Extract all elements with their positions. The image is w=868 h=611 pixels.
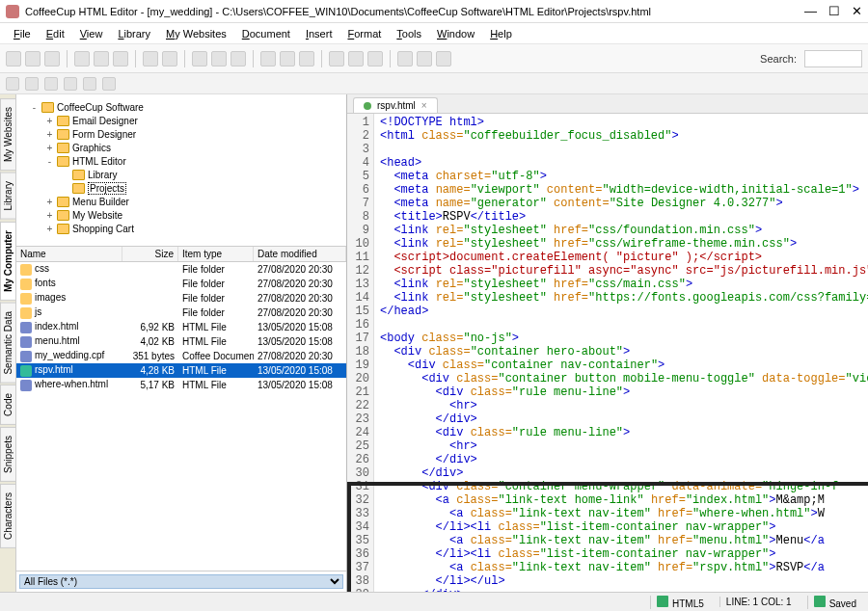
col-name[interactable]: Name bbox=[16, 247, 122, 261]
minimize-button[interactable]: — bbox=[804, 4, 817, 18]
main-toolbar: Search: bbox=[0, 44, 868, 73]
toolbar-link-icon[interactable] bbox=[329, 51, 344, 66]
toolbar-upload-icon[interactable] bbox=[417, 51, 432, 66]
side-tab-strip: My WebsitesLibraryMy ComputerSemantic Da… bbox=[0, 94, 16, 592]
file-row-fonts[interactable]: fontsFile folder27/08/2020 20:30 bbox=[16, 277, 346, 291]
toolbar-copy-icon[interactable] bbox=[94, 51, 109, 66]
file-row-images[interactable]: imagesFile folder27/08/2020 20:30 bbox=[16, 291, 346, 306]
tree-node-library[interactable]: Library bbox=[20, 168, 342, 181]
project-home-icon[interactable] bbox=[6, 77, 19, 91]
tree-node-menu-builder[interactable]: +Menu Builder bbox=[20, 195, 342, 208]
file-filter-select[interactable]: All Files (*.*) bbox=[19, 574, 343, 589]
tree-node-projects[interactable]: Projects bbox=[20, 181, 342, 195]
project-delete-icon[interactable] bbox=[83, 77, 96, 91]
side-tab-snippets[interactable]: Snippets bbox=[0, 427, 15, 482]
file-row-index-html[interactable]: index.html6,92 KBHTML File13/05/2020 15:… bbox=[16, 320, 346, 334]
code-editor[interactable]: 1234567891011121314151617181920212223242… bbox=[347, 114, 868, 592]
side-tab-semantic-data[interactable]: Semantic Data bbox=[0, 303, 15, 384]
tree-node-shopping-cart[interactable]: +Shopping Cart bbox=[20, 222, 342, 235]
file-row-js[interactable]: jsFile folder27/08/2020 20:30 bbox=[16, 306, 346, 320]
tree-node-coffeecup-software[interactable]: -CoffeeCup Software bbox=[20, 100, 342, 114]
file-row-rspv-html[interactable]: rspv.html4,28 KBHTML File13/05/2020 15:0… bbox=[16, 363, 346, 378]
file-list[interactable]: Name Size Item type Date modified cssFil… bbox=[16, 247, 346, 571]
file-filter: All Files (*.*) bbox=[16, 571, 346, 592]
menu-insert[interactable]: Insert bbox=[300, 26, 339, 41]
folder-tree[interactable]: -CoffeeCup Software+Email Designer+Form … bbox=[16, 94, 346, 247]
status-lang: HTML5 bbox=[672, 598, 704, 609]
maximize-button[interactable]: ☐ bbox=[828, 4, 840, 18]
side-tab-my-computer[interactable]: My Computer bbox=[0, 222, 15, 301]
toolbar-paste-icon[interactable] bbox=[113, 51, 128, 66]
floppy-icon bbox=[657, 596, 668, 607]
file-list-header: Name Size Item type Date modified bbox=[16, 247, 346, 262]
project-refresh-icon[interactable] bbox=[64, 77, 77, 91]
toolbar-save-icon[interactable] bbox=[44, 51, 60, 66]
menu-my-websites[interactable]: My Websites bbox=[160, 26, 232, 41]
project-up-icon[interactable] bbox=[25, 77, 39, 91]
tree-node-graphics[interactable]: +Graphics bbox=[20, 141, 342, 154]
file-tab-rspv[interactable]: rspv.html × bbox=[353, 97, 438, 113]
code-text[interactable]: <!DOCTYPE html><html class="coffeebuilde… bbox=[374, 114, 868, 592]
toolbar-open-icon[interactable] bbox=[25, 51, 41, 66]
toolbar-bold-icon[interactable] bbox=[192, 51, 207, 66]
menu-edit[interactable]: Edit bbox=[41, 26, 70, 41]
menubar: FileEditViewLibraryMy WebsitesDocumentIn… bbox=[0, 23, 868, 44]
app-icon bbox=[6, 5, 19, 18]
col-size[interactable]: Size bbox=[122, 247, 178, 261]
status-bar: HTML5 LINE: 1 COL: 1 Saved bbox=[0, 592, 868, 611]
editor-panel: rspv.html × 1234567891011121314151617181… bbox=[347, 94, 868, 592]
col-type[interactable]: Item type bbox=[178, 247, 254, 261]
toolbar-table-icon[interactable] bbox=[367, 51, 383, 66]
close-tab-icon[interactable]: × bbox=[421, 100, 427, 111]
menu-view[interactable]: View bbox=[74, 26, 109, 41]
project-toolbar bbox=[0, 73, 868, 94]
close-button[interactable]: ✕ bbox=[852, 4, 862, 18]
window-title: CoffeeCup HTML Editor - [my_wedding] - C… bbox=[25, 6, 651, 17]
menu-file[interactable]: File bbox=[8, 26, 37, 41]
menu-library[interactable]: Library bbox=[112, 26, 156, 41]
project-newfolder-icon[interactable] bbox=[44, 77, 58, 91]
col-date[interactable]: Date modified bbox=[254, 247, 346, 261]
file-status-icon bbox=[364, 102, 371, 110]
toolbar-preview-icon[interactable] bbox=[397, 51, 413, 66]
tree-node-html-editor[interactable]: -HTML Editor bbox=[20, 154, 342, 168]
menu-window[interactable]: Window bbox=[431, 26, 480, 41]
toolbar-align-center-icon[interactable] bbox=[280, 51, 295, 66]
project-view-icon[interactable] bbox=[102, 77, 116, 91]
file-row-where-when-html[interactable]: where-when.html5,17 KBHTML File13/05/202… bbox=[16, 378, 346, 392]
status-saved: Saved bbox=[829, 598, 856, 609]
toolbar-undo-icon[interactable] bbox=[143, 51, 158, 66]
tree-node-email-designer[interactable]: +Email Designer bbox=[20, 114, 342, 127]
toolbar-settings-icon[interactable] bbox=[436, 51, 451, 66]
menu-help[interactable]: Help bbox=[484, 26, 518, 41]
side-tab-characters[interactable]: Characters bbox=[0, 484, 15, 548]
menu-document[interactable]: Document bbox=[236, 26, 296, 41]
save-status-icon bbox=[814, 596, 826, 607]
toolbar-image-icon[interactable] bbox=[348, 51, 364, 66]
file-row-menu-html[interactable]: menu.html4,02 KBHTML File13/05/2020 15:0… bbox=[16, 334, 346, 349]
window-titlebar: CoffeeCup HTML Editor - [my_wedding] - C… bbox=[0, 0, 868, 23]
file-row-css[interactable]: cssFile folder27/08/2020 20:30 bbox=[16, 262, 346, 277]
line-number-gutter: 1234567891011121314151617181920212223242… bbox=[347, 114, 374, 592]
side-tab-code[interactable]: Code bbox=[0, 385, 15, 425]
file-tab-label: rspv.html bbox=[377, 100, 416, 111]
status-cursor: LINE: 1 COL: 1 bbox=[719, 597, 798, 607]
side-tab-my-websites[interactable]: My Websites bbox=[0, 98, 15, 171]
toolbar-new-icon[interactable] bbox=[6, 51, 21, 66]
menu-tools[interactable]: Tools bbox=[391, 26, 427, 41]
toolbar-align-right-icon[interactable] bbox=[299, 51, 314, 66]
search-label: Search: bbox=[760, 53, 800, 65]
search-input[interactable] bbox=[804, 50, 862, 67]
file-row-my-wedding-cpf[interactable]: my_wedding.cpf351 bytesCoffee Document27… bbox=[16, 349, 346, 363]
file-browser-panel: -CoffeeCup Software+Email Designer+Form … bbox=[16, 94, 347, 592]
toolbar-underline-icon[interactable] bbox=[231, 51, 246, 66]
tree-node-my-website[interactable]: +My Website bbox=[20, 208, 342, 222]
toolbar-cut-icon[interactable] bbox=[74, 51, 90, 66]
menu-format[interactable]: Format bbox=[341, 26, 387, 41]
tree-node-form-designer[interactable]: +Form Designer bbox=[20, 127, 342, 141]
file-tabs: rspv.html × bbox=[347, 94, 868, 114]
toolbar-redo-icon[interactable] bbox=[162, 51, 177, 66]
toolbar-align-left-icon[interactable] bbox=[260, 51, 276, 66]
toolbar-italic-icon[interactable] bbox=[211, 51, 227, 66]
side-tab-library[interactable]: Library bbox=[0, 173, 15, 220]
